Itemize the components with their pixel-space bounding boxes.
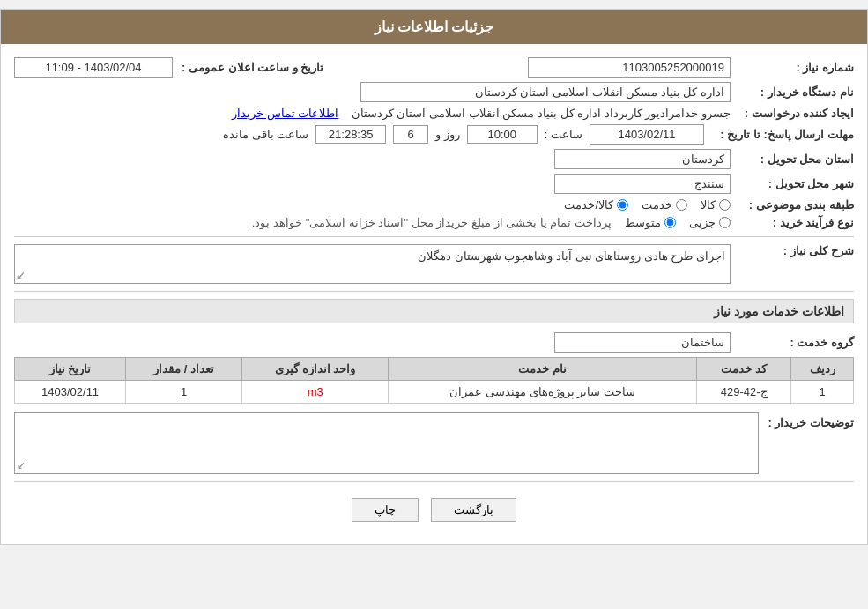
- ijadKonande-value: جسرو خدامرادیور کاربرداد اداره کل بنیاد …: [14, 107, 731, 120]
- ostan-value: کردستان: [14, 149, 731, 169]
- noeFarayand-row: نوع فرآیند خرید : جزیی متوسط پرداخت تمام…: [14, 216, 854, 229]
- tabaqe-row: طبقه بندی موضوعی : کالا خدمت کالا/خدمت: [14, 198, 854, 212]
- divider-3: [14, 481, 854, 482]
- table-header-row: ردیف کد خدمت نام خدمت واحد اندازه گیری ت…: [15, 358, 854, 381]
- bazgasht-button[interactable]: بازگشت: [431, 498, 516, 522]
- tarikhSaat-value: 1403/02/04 - 11:09: [14, 57, 173, 78]
- ostan-label: استان محل تحویل :: [731, 152, 854, 166]
- groheKhadamat-label: گروه خدمت :: [731, 336, 854, 349]
- tozihat-label: توضیحات خریدار :: [766, 412, 854, 429]
- ijadKonande-text: جسرو خدامرادیور کاربرداد اداره کل بنیاد …: [352, 107, 731, 120]
- shomareNiaz-row: شماره نیاز : 1103005252000019 تاریخ و سا…: [14, 57, 854, 78]
- noeFarayand-label: نوع فرآیند خرید :: [731, 216, 854, 229]
- sharhKoli-text: اجرای طرح هادی روستاهای نبی آباد وشاهجوب…: [418, 249, 725, 263]
- ostan-input: کردستان: [554, 149, 731, 169]
- mohlat-clock: 21:28:35: [315, 125, 386, 144]
- mohlat-roz: 6: [393, 125, 428, 144]
- mohlat-value: 1403/02/11 ساعت : 10:00 روز و 6 21:28:35…: [14, 124, 704, 145]
- roz-label: روز و: [435, 128, 460, 141]
- ijadKonande-label: ایجاد کننده درخواست :: [731, 107, 854, 120]
- shahr-label: شهر محل تحویل :: [731, 177, 854, 190]
- tabaqe-radio-group: کالا خدمت کالا/خدمت: [14, 198, 731, 212]
- mohlat-label: مهلت ارسال پاسخ: تا تاریخ :: [704, 128, 854, 141]
- shomareNiaz-input: 1103005252000019: [528, 57, 731, 78]
- tozihat-box: ↙: [14, 412, 759, 474]
- button-area: بازگشت چاپ: [14, 489, 854, 531]
- groheKhadamat-row: گروه خدمت : ساختمان: [14, 332, 854, 353]
- tarikhSaat-label: تاریخ و ساعت اعلان عمومی :: [182, 61, 323, 74]
- shahr-input: سنندج: [554, 174, 731, 194]
- tabaqe-kala-label: کالا: [701, 198, 716, 212]
- namDastgah-input: اداره کل بنیاد مسکن انقلاب اسلامی استان …: [360, 82, 731, 102]
- tabaqe-khadamat-item: خدمت: [642, 198, 687, 212]
- tabaqe-value: کالا خدمت کالا/خدمت: [14, 198, 731, 212]
- saat-label: ساعت :: [545, 128, 582, 141]
- sharhKoli-value: اجرای طرح هادی روستاهای نبی آباد وشاهجوب…: [14, 244, 731, 284]
- noeFarayand-jozi-radio[interactable]: [719, 217, 731, 228]
- col-tedadMegdar: تعداد / مقدار: [126, 358, 242, 381]
- cell-tarikheNiaz: 1403/02/11: [15, 381, 126, 404]
- noeFarayand-motavasset-label: متوسط: [625, 216, 661, 229]
- shahr-row: شهر محل تحویل : سنندج: [14, 174, 854, 194]
- tabaqe-kala-radio[interactable]: [719, 199, 731, 211]
- ostan-row: استان محل تحویل : کردستان: [14, 149, 854, 169]
- tamas-kharidad-link[interactable]: اطلاعات تماس خریدار: [232, 107, 338, 120]
- sharhKoli-container: اجرای طرح هادی روستاهای نبی آباد وشاهجوب…: [14, 244, 731, 284]
- sharhKoli-row: شرح کلی نیاز : اجرای طرح هادی روستاهای ن…: [14, 244, 854, 284]
- cell-tedadMegdar: 1: [126, 381, 242, 404]
- noeFarayand-jozi-label: جزیی: [689, 216, 716, 229]
- tabaqe-kala-item: کالا: [701, 198, 731, 212]
- mande-label: ساعت باقی مانده: [223, 128, 308, 141]
- noeFarayand-motavasset-item: متوسط: [625, 216, 676, 229]
- mohlat-row: مهلت ارسال پاسخ: تا تاریخ : 1403/02/11 س…: [14, 124, 854, 145]
- namDastgah-row: نام دستگاه خریدار : اداره کل بنیاد مسکن …: [14, 82, 854, 102]
- noeFarayand-radio-group: جزیی متوسط پرداخت تمام یا بخشی از مبلغ خ…: [14, 216, 731, 229]
- tabaqe-kala-khadamat-radio[interactable]: [617, 199, 628, 211]
- namDastgah-label: نام دستگاه خریدار :: [731, 85, 854, 99]
- tabaqe-label: طبقه بندی موضوعی :: [731, 198, 854, 212]
- noeFarayand-desc: پرداخت تمام یا بخشی از مبلغ خریداز محل "…: [252, 216, 612, 229]
- tozihat-container: توضیحات خریدار : ↙: [14, 412, 854, 474]
- col-namKhadamat: نام خدمت: [389, 358, 697, 381]
- ijadKonande-row: ایجاد کننده درخواست : جسرو خدامرادیور کا…: [14, 107, 854, 120]
- tabaqe-khadamat-label: خدمت: [642, 198, 672, 212]
- page-title: جزئیات اطلاعات نیاز: [375, 19, 494, 34]
- groheKhadamat-input: ساختمان: [554, 332, 731, 353]
- col-vahedAndaze: واحد اندازه گیری: [242, 358, 389, 381]
- namDastgah-value: اداره کل بنیاد مسکن انقلاب اسلامی استان …: [14, 82, 731, 102]
- divider-2: [14, 291, 854, 292]
- shomareNiaz-label: شماره نیاز :: [731, 61, 854, 74]
- services-table: ردیف کد خدمت نام خدمت واحد اندازه گیری ت…: [14, 357, 854, 404]
- tabaqe-khadamat-radio[interactable]: [676, 199, 687, 211]
- noeFarayand-motavasset-radio[interactable]: [664, 217, 676, 228]
- chap-button[interactable]: چاپ: [352, 498, 419, 522]
- cell-kodKhadamat: ج-42-429: [696, 381, 790, 404]
- cell-vahedAndaze: m3: [242, 381, 389, 404]
- noeFarayand-value: جزیی متوسط پرداخت تمام یا بخشی از مبلغ خ…: [14, 216, 731, 229]
- groheKhadamat-value: ساختمان: [14, 332, 731, 353]
- divider-1: [14, 236, 854, 237]
- sharhKoli-label: شرح کلی نیاز :: [731, 244, 854, 257]
- shomareNiaz-value: 1103005252000019: [367, 57, 731, 78]
- page-header: جزئیات اطلاعات نیاز: [1, 10, 867, 44]
- section2-title: اطلاعات خدمات مورد نیاز: [14, 299, 854, 323]
- tabaqe-kala-khadamat-item: کالا/خدمت: [564, 198, 628, 212]
- mohlat-date: 1403/02/11: [590, 124, 704, 145]
- cell-radif: 1: [791, 381, 854, 404]
- table-row: 1 ج-42-429 ساخت سایر پروژه‌های مهندسی عم…: [15, 381, 854, 404]
- mohlat-saat: 10:00: [467, 125, 538, 144]
- col-tarikheNiaz: تاریخ نیاز: [15, 358, 126, 381]
- shahr-value: سنندج: [14, 174, 731, 194]
- tabaqe-kala-khadamat-label: کالا/خدمت: [564, 198, 613, 212]
- noeFarayand-jozi-item: جزیی: [689, 216, 731, 229]
- col-kodKhadamat: کد خدمت: [696, 358, 790, 381]
- content-area: شماره نیاز : 1103005252000019 تاریخ و سا…: [1, 44, 867, 544]
- col-radif: ردیف: [791, 358, 854, 381]
- cell-namKhadamat: ساخت سایر پروژه‌های مهندسی عمران: [389, 381, 697, 404]
- page-wrapper: جزئیات اطلاعات نیاز شماره نیاز : 1103005…: [0, 9, 868, 545]
